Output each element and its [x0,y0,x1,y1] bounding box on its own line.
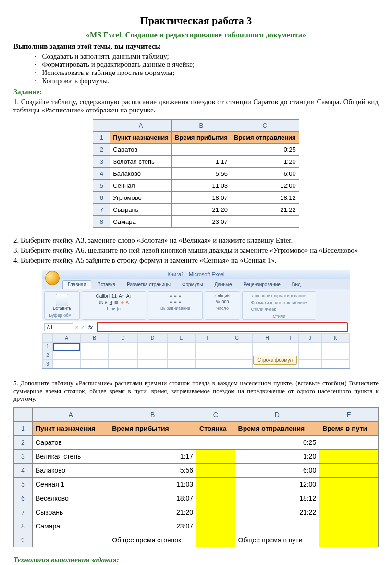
group-styles: Условное форматирование Форматировать ка… [242,291,316,320]
row-header: 6 [93,192,110,204]
step-4: 4. Выберите ячейку А5 зайдите в строку ф… [13,257,379,265]
cell: 21:22 [231,204,299,216]
row-header: 9 [14,533,33,547]
row-header: 7 [93,204,110,216]
font-color-icon[interactable]: A [126,300,129,305]
cell [196,464,235,478]
cell: Балаково [110,168,172,180]
number-format-box[interactable]: Общий [215,294,230,298]
cell [33,533,109,547]
align-icon[interactable]: ≡ [179,299,181,304]
group-clipboard: Вставить Буфер обм... [44,291,80,320]
cell-styles-button[interactable]: Стили ячеек [251,307,276,312]
row-header: 1 [93,132,110,144]
cell: 21:20 [172,204,231,216]
font-shrink-icon[interactable]: A↓ [126,294,132,299]
align-icon[interactable]: ≡ [170,294,172,298]
row-header: 7 [14,505,33,519]
cell: 1:17 [109,450,196,464]
col-header: C [196,408,235,422]
enter-icon[interactable]: ✓ [81,325,85,330]
tab-layout[interactable]: Разметка страницы [122,280,176,289]
name-box[interactable]: A1 [44,323,73,331]
cell: Самара [110,216,172,228]
cell [196,519,235,533]
border-icon[interactable]: ▦ [114,300,119,305]
office-orb-icon[interactable] [45,271,60,285]
tab-data[interactable]: Данные [209,280,237,289]
underline-icon[interactable]: Ч [110,300,112,305]
paste-button[interactable]: Вставить [53,294,71,311]
percent-icon[interactable]: % [216,299,220,304]
task-heading: Задание: [13,88,379,96]
cell: Стоянка [196,422,235,436]
col-header: A [33,408,109,422]
format-as-table-button[interactable]: Форматировать как таблицу [251,300,307,305]
fx-icon[interactable]: fx [86,325,95,330]
cell [319,450,379,464]
row-header: 5 [93,180,110,192]
row-header: 2 [43,351,53,360]
cell: Самара [33,519,109,533]
schedule-table-1: A B C 1 Пункт назначения Время прибытия … [93,119,299,228]
cell [231,216,299,228]
font-grow-icon[interactable]: A↑ [119,294,124,299]
cell: Саратов [110,144,172,156]
align-icon[interactable]: ≡ [174,294,176,298]
cell: 0:25 [231,144,299,156]
group-font: Calibri 11 A↑ A↓ Ж К Ч ▦ ◆ A Шрифт [82,291,146,320]
cell [196,436,235,450]
row-header: 3 [93,156,110,168]
italic-icon[interactable]: К [105,300,107,305]
cell-selected[interactable] [53,343,81,351]
fill-color-icon[interactable]: ◆ [121,300,124,305]
align-icon[interactable]: ≡ [179,294,181,298]
cell [196,505,235,519]
formula-bar-highlight[interactable] [97,322,348,332]
task-1-text: 1. Создайте таблицу, содержащую расписан… [13,98,379,114]
cell: 11:03 [109,478,196,491]
col-header: D [138,334,167,343]
excel-ribbon-mock: Книга1 - Microsoft Excel Главная Вставка… [42,270,350,369]
cell: Золотая степь [110,156,172,168]
cell: 21:22 [235,505,319,519]
mini-grid: A B C D E F G H I J K 1 2 3 [42,333,350,368]
cell: 1:20 [231,156,299,168]
cell: Общее время в пути [235,533,319,547]
cell [172,144,231,156]
cell: Угрюмово [110,192,172,204]
cell: 6:00 [235,464,319,478]
row-header: 3 [43,360,53,368]
cell [319,464,379,478]
cell: 18:12 [231,192,299,204]
comma-icon[interactable]: 000 [221,299,229,304]
group-label: Выравнивание [160,306,190,311]
cell: 12:00 [231,180,299,192]
group-number: Общий % 000 Число [205,291,240,320]
font-size-box[interactable]: 11 [111,294,117,299]
cell: 1:20 [235,450,319,464]
cell: 11:03 [172,180,231,192]
cell: 0:25 [235,436,319,450]
bullet-list: Создавать и заполнять данными таблицу; Ф… [13,52,379,85]
align-icon[interactable]: ≡ [170,299,172,304]
cancel-icon[interactable]: ✕ [75,325,79,330]
cond-format-button[interactable]: Условное форматирование [251,294,306,298]
cell: 21:20 [109,505,196,519]
bold-icon[interactable]: Ж [99,300,103,305]
tab-home[interactable]: Главная [62,280,91,289]
ribbon-tabs: Главная Вставка Разметка страницы Формул… [42,279,350,289]
row-header: 4 [93,168,110,180]
font-name-box[interactable]: Calibri [96,294,110,299]
align-icon[interactable]: ≡ [174,299,176,304]
tab-insert[interactable]: Вставка [92,280,121,289]
cell [235,519,319,533]
col-header: F [195,334,221,343]
list-item: Форматировать и редактировать данные в я… [35,61,379,69]
tab-formulas[interactable]: Формулы [177,280,208,289]
tab-review[interactable]: Рецензирование [238,280,286,289]
tab-view[interactable]: Вид [287,280,306,289]
cell [196,533,235,547]
col-header: I [282,334,299,343]
list-item: Создавать и заполнять данными таблицу; [35,52,379,61]
